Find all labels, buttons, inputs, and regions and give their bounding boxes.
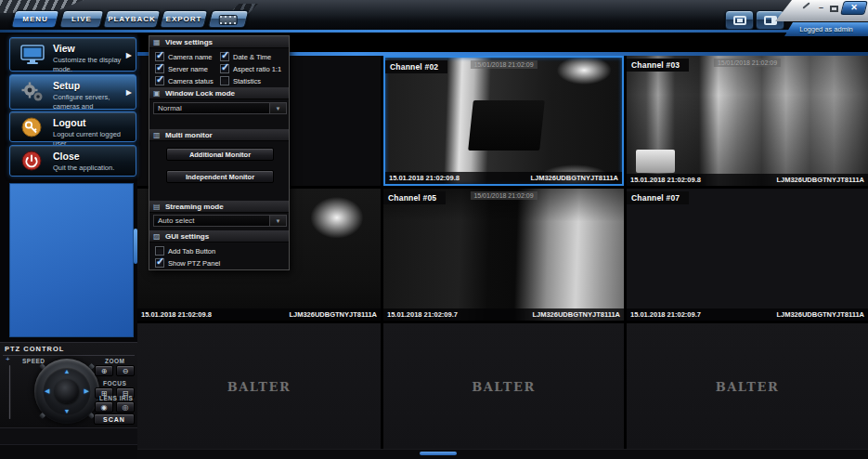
iris-close-button[interactable]: ◎ [116, 401, 135, 413]
checkbox-label: Camera status [168, 77, 214, 85]
pan-right-arrow-icon[interactable]: ▶ [84, 387, 89, 395]
playback-tab-button[interactable]: PLAYBACK [103, 10, 162, 28]
osd-timestamp: 15/01/2018 21:02:09 [714, 59, 781, 67]
maximize-button[interactable] [830, 6, 838, 12]
window-lock-header: ▣ Window Lock mode [149, 87, 289, 99]
balter-watermark: BALTER [627, 379, 868, 393]
checkbox-box: ✓ [155, 64, 164, 73]
multi-monitor-header: ▥ Multi monitor [149, 129, 289, 141]
camera-name-label: Channel #07 [627, 191, 689, 204]
pan-left-arrow-icon[interactable]: ◀ [45, 387, 49, 395]
menu-item-desc: Quit the application. [53, 164, 124, 173]
joystick-knob[interactable] [55, 379, 79, 403]
camera-timestamp: 15.01.2018 21:02:09.7 [387, 310, 458, 319]
logged-as-badge: Logged as admin [784, 22, 868, 36]
ptz-control-panel: PTZ CONTROL SPEED + ▲ ▼ ◀ ▶ ZOOM ⊕ ⊖ FOC… [0, 342, 137, 427]
stream-icon: ▤ [153, 201, 161, 213]
ptz-sub-row [0, 427, 137, 444]
menu-tab-button[interactable]: MENU [11, 10, 60, 28]
camera-name-label: Channel #02 [385, 60, 447, 73]
independent-monitor-button[interactable]: Independent Monitor [166, 170, 274, 183]
grid-icon: ▦ [153, 36, 161, 48]
pan-down-arrow-icon[interactable]: ▼ [64, 408, 71, 414]
menu-item-close[interactable]: Close Quit the application. [9, 145, 136, 177]
menu-item-title: Close [53, 151, 124, 162]
speed-slider[interactable] [8, 365, 11, 419]
window-lock-dropdown[interactable]: Normal ▼ [153, 102, 287, 114]
horizontal-scrollbar[interactable] [420, 452, 457, 455]
video-cell-ch05[interactable]: Channel #05 15/01/2018 21:02:09 15.01.20… [383, 189, 624, 321]
fullscreen-button[interactable] [725, 10, 754, 30]
checkbox-statistics[interactable]: ✓ Statistics [220, 75, 261, 86]
camera-status-bar: 15.01.2018 21:02:09.8 LJM326UDBGTNYJT811… [627, 174, 868, 186]
additional-monitor-button[interactable]: Additional Monitor [166, 148, 274, 161]
check-icon: ✓ [221, 61, 229, 73]
bottom-strip [137, 449, 868, 459]
check-icon: ✓ [156, 73, 164, 85]
fullscreen-icon [733, 16, 746, 25]
camera-id: LJM326UDBGTNYJT8111A [530, 174, 618, 182]
video-cell-ch02[interactable]: Channel #02 15/01/2018 21:02:09 15.01.20… [383, 56, 624, 186]
camera-name-label: Channel #05 [383, 191, 446, 204]
speed-plus-icon[interactable]: + [6, 355, 10, 363]
menu-item-logout[interactable]: Logout Logout current logged user. [9, 111, 136, 142]
close-window-button[interactable]: ✕ [840, 1, 868, 15]
zoom-label: ZOOM [105, 358, 125, 364]
osd-timestamp: 15/01/2018 21:02:09 [470, 191, 537, 200]
video-cell-empty-2[interactable]: BALTER [383, 323, 624, 449]
chevron-right-icon: ▶ [126, 88, 132, 97]
video-cell-empty-3[interactable]: BALTER [627, 323, 868, 449]
menu-item-desc: Customize the display mode. [53, 56, 124, 74]
checkbox-label: Statistics [233, 77, 261, 85]
checkbox-aspect-ratio[interactable]: ✓ Aspect ratio 1:1 [220, 63, 281, 74]
video-cell-ch03[interactable]: Channel #03 15/01/2018 21:02:09 15.01.20… [627, 56, 868, 186]
dropdown-value: Normal [154, 104, 269, 112]
menu-item-view[interactable]: View Customize the display mode. ▶ [9, 37, 136, 72]
section-title: Window Lock mode [165, 89, 235, 98]
checkbox-box: ✓ [155, 52, 164, 61]
checkbox-label: Show PTZ Panel [168, 259, 220, 268]
divider [3, 355, 135, 356]
camera-id: LJM326UDBGTNYJT8111A [532, 310, 620, 319]
view-settings-header: ▦ View settings [149, 36, 289, 48]
camera-timestamp: 15.01.2018 21:02:09.8 [389, 174, 460, 182]
ptz-joystick[interactable]: ▲ ▼ ◀ ▶ [34, 359, 99, 424]
sequence-view-button[interactable] [208, 10, 250, 28]
video-cell-ch07[interactable]: Channel #07 15.01.2018 21:02:09.7 LJM326… [627, 189, 868, 321]
streaming-mode-dropdown[interactable]: Auto select ▼ [153, 215, 287, 227]
video-cell-empty-1[interactable]: BALTER [137, 323, 381, 449]
scan-button[interactable]: SCAN [94, 413, 135, 425]
camera-status-bar: 15.01.2018 21:02:09.8 LJM326UDBGTNYJT811… [137, 308, 381, 321]
streaming-mode-header: ▤ Streaming mode [149, 201, 289, 213]
dropdown-value: Auto select [154, 216, 269, 225]
playback-tab-label: PLAYBACK [106, 11, 158, 27]
checkbox-camera-status[interactable]: ✓ Camera status [155, 75, 214, 86]
menu-item-title: Setup [53, 80, 124, 91]
checkbox-label: Add Tab Button [168, 247, 215, 256]
focus-label: FOCUS [103, 380, 126, 387]
monitor-stack-icon: ▥ [153, 129, 161, 141]
check-icon: ✓ [156, 49, 164, 61]
minimize-button[interactable]: – [819, 3, 823, 12]
export-tab-label: EXPORT [162, 11, 205, 27]
close-icon: ✕ [843, 2, 865, 14]
section-title: Streaming mode [165, 203, 224, 211]
check-icon: ✓ [156, 61, 164, 73]
checkbox-show-ptz-panel[interactable]: ✓ Show PTZ Panel [155, 257, 220, 269]
iris-open-button[interactable]: ◉ [95, 401, 113, 413]
menu-item-setup[interactable]: Setup Configure servers, cameras and str… [9, 74, 136, 110]
zoom-in-button[interactable]: ⊕ [95, 365, 113, 376]
balter-watermark: BALTER [383, 379, 624, 393]
export-tab-button[interactable]: EXPORT [160, 10, 209, 28]
checkbox-box: ✓ [220, 64, 229, 73]
film-strip-icon [219, 15, 238, 25]
view-settings-popup: ▦ View settings ✓ Camera name ✓ Server n… [149, 35, 290, 270]
live-tab-label: LIVE [62, 11, 101, 27]
checkbox-box: ✓ [155, 76, 164, 85]
joystick-stud [39, 413, 45, 419]
zoom-out-button[interactable]: ⊖ [116, 365, 135, 376]
pan-up-arrow-icon[interactable]: ▲ [64, 368, 71, 374]
live-tab-button[interactable]: LIVE [59, 10, 105, 28]
chevron-down-icon: ▼ [269, 103, 286, 113]
menu-scrollbar[interactable] [134, 229, 137, 264]
